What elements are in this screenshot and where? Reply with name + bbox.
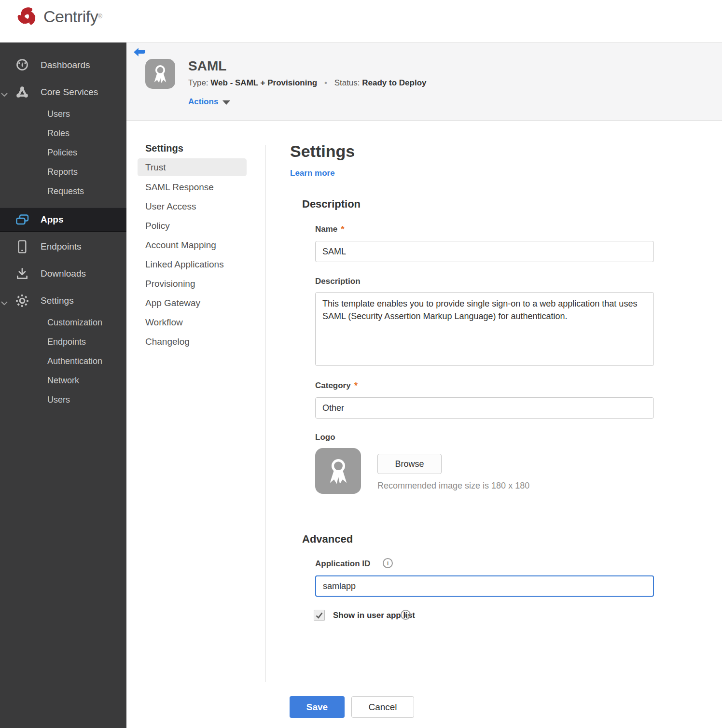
sidebar-item-label: Requests: [47, 186, 84, 196]
sidebar-item-label: Core Services: [41, 87, 98, 98]
sidebar-item-apps[interactable]: Apps: [0, 208, 126, 232]
sidebar-item-label: Roles: [47, 128, 69, 139]
subnav-item-label: Changelog: [145, 336, 190, 347]
centrify-logo-icon: [14, 3, 41, 30]
name-input[interactable]: [315, 241, 654, 262]
subnav-item-label: App Gateway: [145, 298, 200, 308]
sidebar-item-label: Network: [47, 376, 79, 386]
status-label: Status:: [334, 78, 360, 87]
page: Centrify ® Dashboards Core Services User…: [0, 0, 722, 728]
subnav-item-provisioning[interactable]: Provisioning: [138, 275, 247, 293]
app-meta-line: Type: Web - SAML + Provisioning • Status…: [188, 78, 426, 88]
sidebar-item-dashboards[interactable]: Dashboards: [0, 53, 126, 77]
sidebar-item-label: Users: [47, 395, 70, 405]
info-icon[interactable]: i: [401, 610, 411, 620]
sidebar-item-requests[interactable]: Requests: [0, 183, 126, 199]
name-label: Name*: [315, 224, 345, 235]
subnav-header: Settings: [145, 143, 183, 154]
subnav-item-label: User Access: [145, 201, 196, 212]
name-label-text: Name: [315, 224, 337, 234]
sidebar-item-settings[interactable]: Settings: [0, 289, 126, 313]
back-arrow-icon[interactable]: [133, 47, 146, 57]
gauge-icon: [14, 57, 30, 73]
brand-trademark: ®: [98, 13, 102, 20]
cancel-button[interactable]: Cancel: [351, 696, 414, 718]
chevron-down-icon: [1, 90, 8, 99]
application-id-input[interactable]: [315, 575, 654, 597]
required-asterisk: *: [341, 224, 344, 234]
subnav-item-account-mapping[interactable]: Account Mapping: [138, 236, 247, 254]
show-in-user-app-list-checkbox[interactable]: [314, 610, 325, 621]
type-value: Web - SAML + Provisioning: [210, 78, 317, 87]
sidebar-item-label: Policies: [47, 148, 77, 158]
sidebar-item-policies[interactable]: Policies: [0, 144, 126, 161]
subnav-item-label: Provisioning: [145, 279, 195, 289]
category-label: Category*: [315, 380, 358, 391]
subnav-item-trust[interactable]: Trust: [138, 158, 247, 176]
subnav-item-saml-response[interactable]: SAML Response: [138, 178, 247, 196]
app-title: SAML: [188, 58, 226, 74]
application-id-label: Application ID: [315, 559, 370, 569]
sidebar-item-label: Users: [47, 109, 70, 119]
description-textarea[interactable]: This template enables you to provide sin…: [315, 292, 654, 366]
caret-down-icon: [222, 100, 230, 105]
sidebar-item-authentication[interactable]: Authentication: [0, 353, 126, 369]
description-label: Description: [315, 277, 361, 286]
sidebar-item-customization[interactable]: Customization: [0, 314, 126, 331]
sidebar-item-label: Settings: [41, 295, 74, 306]
download-icon: [14, 266, 30, 281]
sidebar-item-label: Endpoints: [41, 241, 82, 252]
description-section-heading: Description: [302, 198, 361, 210]
type-label: Type:: [188, 78, 208, 87]
logo-size-hint: Recommended image size is 180 x 180: [377, 481, 529, 491]
app-header: SAML Type: Web - SAML + Provisioning • S…: [126, 42, 722, 121]
ribbon-award-icon: [323, 456, 354, 487]
sidebar-item-reports[interactable]: Reports: [0, 164, 126, 180]
sidebar-item-users[interactable]: Users: [0, 106, 126, 122]
sidebar-item-users-settings[interactable]: Users: [0, 392, 126, 408]
subnav-item-label: Policy: [145, 221, 170, 231]
logo-label: Logo: [315, 433, 335, 442]
core-services-icon: [14, 84, 30, 100]
sidebar-item-label: Dashboards: [41, 60, 90, 70]
sidebar-item-label: Customization: [47, 318, 102, 328]
actions-dropdown[interactable]: Actions: [188, 97, 230, 107]
sidebar-item-downloads[interactable]: Downloads: [0, 262, 126, 286]
sidebar-item-network[interactable]: Network: [0, 372, 126, 389]
subnav-item-policy[interactable]: Policy: [138, 217, 247, 235]
sidebar-item-roles[interactable]: Roles: [0, 125, 126, 141]
apps-icon: [14, 212, 30, 227]
subnav-item-label: Workflow: [145, 317, 183, 328]
sidebar-item-label: Reports: [47, 167, 78, 177]
subnav-item-linked-applications[interactable]: Linked Applications: [138, 255, 247, 273]
gear-icon: [14, 293, 30, 308]
required-asterisk: *: [354, 380, 358, 391]
subnav-item-workflow[interactable]: Workflow: [138, 313, 247, 331]
save-button[interactable]: Save: [290, 696, 345, 718]
checkmark-icon: [315, 611, 323, 619]
subnav-item-label: SAML Response: [145, 182, 214, 193]
learn-more-link[interactable]: Learn more: [290, 168, 335, 178]
actions-label: Actions: [188, 97, 218, 107]
sidebar: Dashboards Core Services Users Roles Pol…: [0, 42, 126, 728]
subnav-item-changelog[interactable]: Changelog: [138, 333, 247, 350]
ribbon-award-icon: [149, 63, 171, 85]
browse-button[interactable]: Browse: [377, 454, 442, 474]
sidebar-item-endpoints[interactable]: Endpoints: [0, 235, 126, 259]
separator-dot: •: [324, 78, 327, 87]
sidebar-item-core-services[interactable]: Core Services: [0, 80, 126, 104]
subnav-item-label: Linked Applications: [145, 259, 224, 270]
subnav-item-user-access[interactable]: User Access: [138, 197, 247, 215]
brand-name: Centrify: [43, 7, 98, 26]
info-icon[interactable]: i: [383, 558, 393, 568]
sidebar-item-label: Authentication: [47, 356, 102, 366]
subnav-item-app-gateway[interactable]: App Gateway: [138, 294, 247, 312]
page-title: Settings: [290, 142, 355, 161]
advanced-section-heading: Advanced: [302, 533, 353, 546]
category-label-text: Category: [315, 381, 351, 390]
category-input[interactable]: [315, 397, 654, 419]
status-value: Ready to Deploy: [362, 78, 426, 87]
top-bar: Centrify ®: [0, 0, 722, 42]
sidebar-item-endpoints-settings[interactable]: Endpoints: [0, 334, 126, 350]
sidebar-item-label: Downloads: [41, 268, 86, 279]
